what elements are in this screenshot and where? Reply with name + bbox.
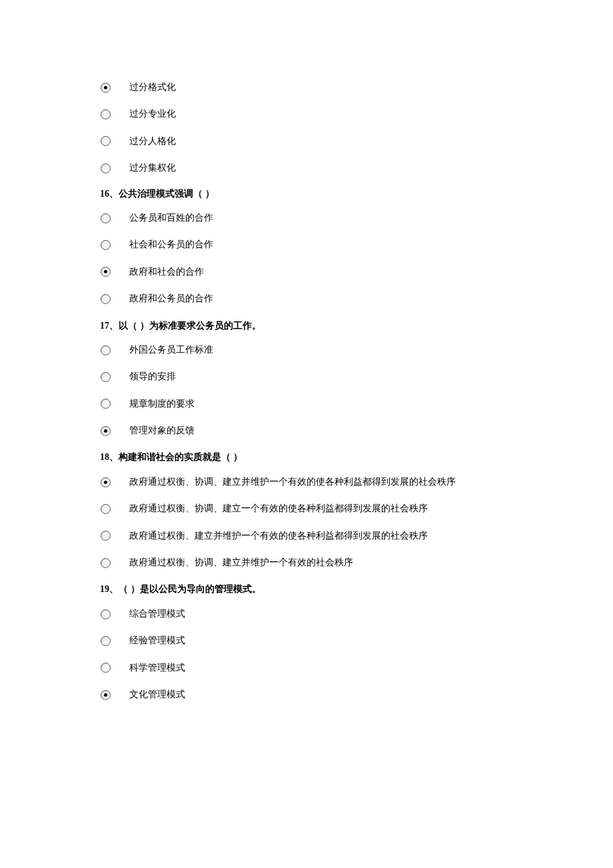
option-label: 领导的安排 [129,369,176,384]
option-row: 过分人格化 [100,127,513,154]
option-label: 规章制度的要求 [129,397,195,411]
option-label: 公务员和百姓的合作 [129,211,213,225]
option-row: 公务员和百姓的合作 [100,204,513,231]
radio-button[interactable] [100,163,111,173]
question-text: 16、公共治理模式强调（ ） [100,187,513,201]
option-row: 经验管理模式 [100,627,513,653]
option-row: 政府通过权衡、协调、建立并维护一个有效的社会秩序 [100,549,513,575]
option-row: 文化管理模式 [100,681,513,707]
option-row: 政府和社会的合作 [100,258,513,285]
question-block: 18、构建和谐社会的实质就是（ ）政府通过权衡、协调、建立并维护一个有效的使各种… [100,450,513,575]
option-label: 过分专业化 [129,107,176,121]
option-label: 科学管理模式 [129,661,185,675]
radio-button[interactable] [100,293,111,304]
radio-button[interactable] [100,399,111,409]
question-text: 19、（ ）是以公民为导向的管理模式。 [100,582,513,597]
question-text: 17、以（ ）为标准要求公务员的工作。 [100,319,513,333]
radio-button[interactable] [100,345,111,355]
radio-button[interactable] [100,477,111,487]
option-label: 管理对象的反馈 [129,423,195,438]
option-label: 政府通过权衡、协调、建立并维护一个有效的社会秩序 [129,555,353,570]
question-text: 18、构建和谐社会的实质就是（ ） [100,450,513,465]
option-label: 政府通过权衡、协调、建立一个有效的使各种利益都得到发展的社会秩序 [129,501,428,516]
option-row: 科学管理模式 [100,654,513,681]
quiz-content: 过分格式化过分专业化过分人格化过分集权化16、公共治理模式强调（ ）公务员和百姓… [100,73,513,707]
radio-button[interactable] [100,503,111,514]
radio-button[interactable] [100,689,111,700]
option-label: 综合管理模式 [129,607,185,621]
option-row: 管理对象的反馈 [100,417,513,443]
option-label: 政府和社会的合作 [129,265,204,279]
option-label: 过分人格化 [129,134,176,149]
radio-button[interactable] [100,213,111,223]
question-block: 19、（ ）是以公民为导向的管理模式。综合管理模式经验管理模式科学管理模式文化管… [100,582,513,707]
option-row: 规章制度的要求 [100,390,513,417]
radio-button[interactable] [100,609,111,619]
option-row: 社会和公务员的合作 [100,231,513,257]
option-row: 过分格式化 [100,73,513,100]
option-label: 外国公务员工作标准 [129,343,213,357]
radio-button[interactable] [100,136,111,147]
option-label: 政府通过权衡、建立并维护一个有效的使各种利益都得到发展的社会秩序 [129,529,428,543]
radio-button[interactable] [100,425,111,436]
radio-button[interactable] [100,371,111,382]
question-block: 17、以（ ）为标准要求公务员的工作。外国公务员工作标准领导的安排规章制度的要求… [100,319,513,444]
option-row: 政府通过权衡、协调、建立并维护一个有效的使各种利益都得到发展的社会秩序 [100,468,513,495]
option-label: 政府通过权衡、协调、建立并维护一个有效的使各种利益都得到发展的社会秩序 [129,475,456,489]
option-row: 过分专业化 [100,100,513,127]
question-block: 16、公共治理模式强调（ ）公务员和百姓的合作社会和公务员的合作政府和社会的合作… [100,187,513,312]
option-row: 政府和公务员的合作 [100,285,513,311]
option-row: 政府通过权衡、建立并维护一个有效的使各种利益都得到发展的社会秩序 [100,522,513,549]
option-label: 经验管理模式 [129,633,185,648]
option-row: 领导的安排 [100,363,513,389]
radio-button[interactable] [100,663,111,673]
radio-button[interactable] [100,557,111,568]
option-label: 过分集权化 [129,161,176,175]
radio-button[interactable] [100,109,111,120]
option-row: 综合管理模式 [100,600,513,627]
option-label: 文化管理模式 [129,687,185,702]
radio-button[interactable] [100,635,111,646]
radio-button[interactable] [100,240,111,251]
option-row: 外国公务员工作标准 [100,336,513,363]
option-row: 政府通过权衡、协调、建立一个有效的使各种利益都得到发展的社会秩序 [100,495,513,521]
option-row: 过分集权化 [100,154,513,181]
radio-button[interactable] [100,267,111,277]
option-label: 政府和公务员的合作 [129,291,213,306]
radio-button[interactable] [100,531,111,541]
option-label: 过分格式化 [129,80,176,95]
option-label: 社会和公务员的合作 [129,237,213,252]
radio-button[interactable] [100,82,111,93]
